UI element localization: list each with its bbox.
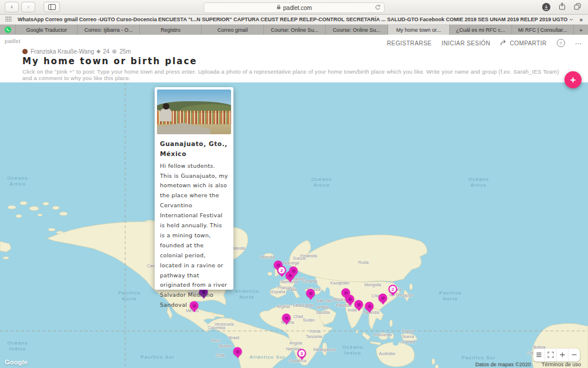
- browser-tab[interactable]: Correo: Ijibarra - O...: [78, 25, 139, 35]
- country-label: Rusia: [358, 260, 369, 265]
- address-text: padlet.com: [283, 5, 312, 11]
- ocean-label: Océano Ártico: [468, 177, 489, 189]
- country-label: Italia: [288, 287, 297, 292]
- sidebar-button[interactable]: [44, 2, 60, 12]
- terms-link[interactable]: Términos de uso: [542, 362, 581, 367]
- bookmark-item[interactable]: UGTO: [553, 16, 574, 22]
- bookmark-item[interactable]: Curso-Docencia: [116, 16, 157, 22]
- map-pin[interactable]: 2: [389, 285, 397, 294]
- forward-button[interactable]: ›: [21, 2, 35, 12]
- ocean-label: Atlántico Norte: [235, 289, 259, 301]
- map-pin[interactable]: [346, 295, 355, 304]
- post-title: Guanajuato, Gto., México: [160, 139, 228, 159]
- bookmarks-overflow-button[interactable]: »: [579, 16, 583, 23]
- country-label: Mongolia: [365, 282, 381, 287]
- bookmarks-bar: WhatsAppCorreo gmailCorreo -UGTOCurso-Do…: [0, 15, 588, 25]
- country-label: Brasil: [229, 335, 239, 340]
- browser-tab-active[interactable]: My home town or...: [388, 25, 450, 35]
- ocean-label: Pacífico Sur: [141, 354, 175, 360]
- country-label: Finlandia: [300, 253, 317, 258]
- country-label: Kenia: [310, 329, 320, 334]
- country-label: España: [271, 289, 285, 294]
- bookmark-item[interactable]: CAPTURA CEUST RELEP: [233, 16, 298, 22]
- pin-count-badge: 2: [390, 286, 396, 293]
- fullscreen-button[interactable]: [544, 349, 556, 362]
- pinned-tab-whatsapp[interactable]: [0, 25, 16, 35]
- address-bar[interactable]: padlet.com: [203, 2, 385, 13]
- map-pin[interactable]: [306, 289, 315, 298]
- map-pin[interactable]: [282, 314, 291, 323]
- country-label: Islandia: [260, 254, 275, 260]
- add-post-button[interactable]: +: [564, 71, 582, 88]
- zoom-in-icon: [559, 350, 566, 360]
- more-menu-icon[interactable]: …: [575, 38, 582, 46]
- register-button[interactable]: REGISTRARSE: [387, 40, 432, 47]
- google-logo: Google: [5, 359, 28, 366]
- padlet-logo[interactable]: padlet: [5, 38, 21, 44]
- map-pin[interactable]: [355, 300, 363, 309]
- bookmark-item[interactable]: WhatsApp: [18, 16, 44, 22]
- bookmark-item[interactable]: SECRETARÍA ... SALUD-GTO: [346, 16, 418, 22]
- map-pin[interactable]: [365, 302, 374, 311]
- toolbar-right-group: [542, 2, 583, 12]
- zoom-out-button[interactable]: [568, 349, 580, 362]
- country-label: Madagascar: [313, 347, 336, 352]
- dot-icon: [112, 49, 116, 54]
- zoom-in-button[interactable]: [556, 349, 568, 362]
- bookmark-item[interactable]: RELEP-CONTROL: [299, 16, 345, 22]
- map-controls: [533, 349, 580, 362]
- map-pin[interactable]: 2: [278, 266, 286, 275]
- country-label: Irán: [325, 298, 332, 303]
- layers-icon: [536, 350, 542, 360]
- bookmark-item[interactable]: Correo gmail: [45, 16, 78, 22]
- share-board-button[interactable]: COMPARTIR: [500, 39, 547, 47]
- ocean-label: Océano Ártico: [7, 175, 28, 188]
- country-label: Tanzania: [306, 334, 322, 339]
- country-label: Angola: [289, 340, 302, 346]
- ocean-label: Pacífico Norte: [118, 290, 141, 303]
- post-count: 24: [103, 48, 109, 55]
- back-button[interactable]: ‹: [5, 2, 19, 12]
- layers-button[interactable]: [533, 349, 544, 362]
- padlet-header: padlet REGISTRARSE INICIAR SESIÓN COMPAR…: [0, 35, 588, 82]
- bookmark-item[interactable]: COMIE 2019: [446, 16, 476, 22]
- map-attribution: Datos de mapas ©2020 Términos de uso: [475, 362, 581, 367]
- sidebar-icon: [48, 2, 56, 12]
- browser-tab[interactable]: Google Traductor: [16, 25, 78, 35]
- bookmark-item[interactable]: ENCUESTA "I...N SUPERIOR": [158, 16, 232, 22]
- browser-tab[interactable]: Course: Online Su...: [326, 25, 387, 35]
- login-button[interactable]: INICIAR SESIÓN: [442, 40, 490, 47]
- bookmark-item[interactable]: Facebook: [420, 16, 445, 22]
- country-label: Perú: [212, 338, 220, 343]
- author-name: Franziska Krauße-Wang: [31, 48, 94, 55]
- share-button[interactable]: [559, 2, 566, 12]
- help-icon[interactable]: ?: [557, 39, 565, 47]
- reload-icon[interactable]: [375, 4, 381, 12]
- map-pin[interactable]: [379, 294, 387, 303]
- grid-icon[interactable]: [5, 16, 12, 23]
- bookmark-item[interactable]: Correo -UGTO: [79, 16, 115, 22]
- photo-person-body: [160, 108, 172, 121]
- world-map[interactable]: Océano ÁrticoOcéano ÁrticoOcéano ÁrticoP…: [0, 82, 588, 368]
- browser-tab[interactable]: Course: Online Su...: [264, 25, 326, 35]
- browser-tab[interactable]: Registro: [140, 25, 202, 35]
- new-tab-button[interactable]: +: [574, 25, 588, 35]
- downloads-button[interactable]: [542, 3, 550, 11]
- map-pin[interactable]: [233, 347, 242, 356]
- tabs-overview-button[interactable]: [574, 2, 581, 12]
- share-arrow-icon: [500, 39, 507, 47]
- browser-tab[interactable]: ¿Cuál es mi RFC c...: [450, 25, 512, 35]
- map-pin[interactable]: 3: [298, 349, 306, 358]
- bookmark-item[interactable]: RELEP 2019: [520, 16, 551, 22]
- chevron-down-icon: [569, 18, 573, 21]
- post-photo[interactable]: [157, 89, 231, 134]
- attribution-text: Datos de mapas ©2020: [475, 362, 531, 367]
- browser-tab[interactable]: Mi RFC | Consultar...: [512, 25, 574, 35]
- country-label: Chad: [293, 314, 303, 319]
- bookmark-item[interactable]: SES UNAM 2019: [478, 16, 519, 22]
- country-label: Chile: [216, 353, 225, 358]
- map-pin[interactable]: [289, 267, 298, 276]
- whatsapp-icon: [5, 26, 11, 33]
- browser-tab[interactable]: Correo gmail: [202, 25, 263, 35]
- post-card[interactable]: Guanajuato, Gto., México Hi fellow stude…: [155, 87, 233, 290]
